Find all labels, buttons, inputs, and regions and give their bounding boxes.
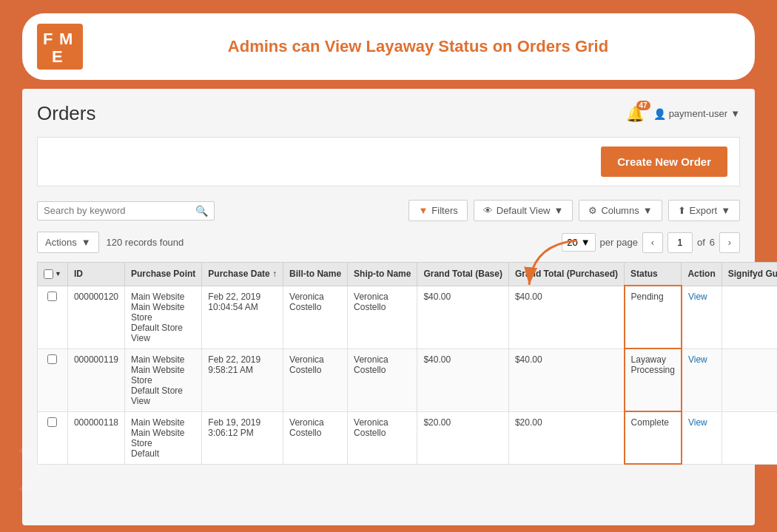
search-icon[interactable]: 🔍 (195, 205, 208, 217)
default-view-button[interactable]: 👁 Default View ▼ (474, 200, 574, 221)
col-header-grand-base: Grand Total (Base) (417, 263, 508, 286)
export-label: Export (690, 205, 718, 216)
per-page-label: per page (600, 237, 638, 248)
current-page-input[interactable] (667, 232, 693, 253)
col-header-signifyd: Signifyd Guarantee Decision (722, 263, 777, 286)
notification-button[interactable]: 🔔 47 (626, 105, 645, 123)
cell-signifyd (722, 349, 777, 411)
cell-signifyd (722, 286, 777, 349)
cell-purchase-point: Main WebsiteMain Website StoreDefault St… (125, 286, 202, 349)
actions-left: Actions ▼ 120 records found (37, 232, 184, 253)
toolbar: 🔍 ▼ Filters 👁 Default View ▼ ⚙ Columns ▼… (37, 200, 740, 221)
create-new-order-button[interactable]: Create New Order (601, 147, 727, 177)
default-view-label: Default View (497, 205, 551, 216)
cell-id: 000000119 (67, 349, 124, 411)
svg-text:E: E (52, 47, 63, 66)
filter-icon: ▼ (418, 205, 428, 216)
per-page-select[interactable]: 20 ▼ (562, 233, 595, 252)
chevron-down-icon: ▼ (55, 270, 61, 277)
table-row: 000000118 Main WebsiteMain Website Store… (38, 411, 778, 464)
actions-row: Actions ▼ 120 records found 20 ▼ per pag… (37, 232, 740, 253)
prev-page-button[interactable]: ‹ (642, 232, 663, 253)
records-count: 120 records found (107, 237, 184, 248)
filters-label: Filters (431, 205, 457, 216)
search-box: 🔍 (37, 201, 215, 220)
col-header-action: Action (682, 263, 722, 286)
select-all-checkbox[interactable] (44, 269, 53, 279)
chevron-down-icon: ▼ (554, 205, 564, 216)
cell-id: 000000118 (67, 411, 124, 464)
per-page-value: 20 (567, 237, 577, 248)
table-row: 000000120 Main WebsiteMain Website Store… (38, 286, 778, 349)
col-header-bill-to: Bill-to Name (283, 263, 348, 286)
cell-status: Layaway Processing (625, 349, 682, 411)
cell-status: Complete (625, 411, 682, 464)
cell-grand-base: $40.00 (417, 286, 508, 349)
col-header-checkbox: ▼ (38, 263, 68, 286)
user-icon: 👤 (653, 108, 666, 120)
page-title: Orders (37, 102, 95, 125)
chevron-down-icon: ▼ (721, 205, 730, 216)
cell-id: 000000120 (67, 286, 124, 349)
cell-grand-base: $40.00 (417, 349, 508, 411)
orders-table: ▼ ID Purchase Point Purchase Date ↑ Bill… (37, 262, 777, 465)
col-header-id: ID (67, 263, 124, 286)
cell-bill-to: Veronica Costello (283, 411, 348, 464)
banner-title: Admins can View Layaway Status on Orders… (96, 37, 740, 56)
top-bar: Orders 🔔 47 👤 payment-user ▼ (37, 102, 740, 125)
cell-grand-purchased: $40.00 (508, 286, 624, 349)
row-checkbox[interactable] (47, 292, 57, 301)
logo: F M E (37, 24, 83, 70)
col-header-status: Status (625, 263, 682, 286)
view-link[interactable]: View (688, 292, 707, 302)
page-of-label: of (697, 237, 705, 248)
chevron-down-icon: ▼ (643, 205, 653, 216)
cell-grand-purchased: $40.00 (508, 349, 624, 411)
col-header-ship-to: Ship-to Name (348, 263, 417, 286)
filters-button[interactable]: ▼ Filters (408, 200, 467, 221)
cell-purchase-date: Feb 19, 20193:06:12 PM (202, 411, 283, 464)
chevron-down-icon: ▼ (81, 237, 91, 248)
actions-label: Actions (45, 237, 77, 248)
export-button[interactable]: ⬆ Export ▼ (668, 200, 740, 221)
cell-action: View (682, 286, 722, 349)
user-label: payment-user (669, 108, 727, 119)
user-menu-button[interactable]: 👤 payment-user ▼ (653, 108, 740, 120)
export-icon: ⬆ (678, 205, 686, 216)
notification-badge: 47 (636, 101, 650, 110)
row-checkbox-cell (38, 349, 68, 411)
next-page-button[interactable]: › (719, 232, 740, 253)
cell-status: Pending (625, 286, 682, 349)
cell-purchase-point: Main WebsiteMain Website StoreDefault (125, 411, 202, 464)
svg-text:F: F (43, 30, 53, 48)
columns-label: Columns (601, 205, 639, 216)
cell-ship-to: Veronica Costello (348, 411, 417, 464)
chevron-down-icon: ▼ (730, 108, 740, 119)
col-header-purchase-date[interactable]: Purchase Date ↑ (202, 263, 283, 286)
cell-ship-to: Veronica Costello (348, 286, 417, 349)
cell-purchase-date: Feb 22, 201910:04:54 AM (202, 286, 283, 349)
view-link[interactable]: View (688, 417, 707, 428)
top-right: 🔔 47 👤 payment-user ▼ (626, 105, 740, 123)
table-row: 000000119 Main WebsiteMain Website Store… (38, 349, 778, 411)
row-checkbox[interactable] (47, 417, 57, 427)
pagination: 20 ▼ per page ‹ of 6 › (562, 232, 740, 253)
columns-button[interactable]: ⚙ Columns ▼ (579, 200, 662, 221)
main-content: Orders 🔔 47 👤 payment-user ▼ Create New … (22, 89, 755, 525)
row-checkbox[interactable] (47, 354, 57, 364)
view-link[interactable]: View (688, 354, 707, 365)
cell-bill-to: Veronica Costello (283, 286, 348, 349)
cell-action: View (682, 349, 722, 411)
cell-grand-base: $20.00 (417, 411, 508, 464)
eye-icon: 👁 (483, 205, 493, 216)
search-input[interactable] (44, 205, 195, 216)
cell-ship-to: Veronica Costello (348, 349, 417, 411)
cell-grand-purchased: $20.00 (508, 411, 624, 464)
total-pages: 6 (710, 237, 715, 248)
actions-dropdown[interactable]: Actions ▼ (37, 232, 99, 253)
svg-text:M: M (59, 30, 73, 48)
cell-action: View (682, 411, 722, 464)
cell-bill-to: Veronica Costello (283, 349, 348, 411)
header-banner: F M E Admins can View Layaway Status on … (22, 13, 755, 80)
gear-icon: ⚙ (588, 205, 597, 216)
